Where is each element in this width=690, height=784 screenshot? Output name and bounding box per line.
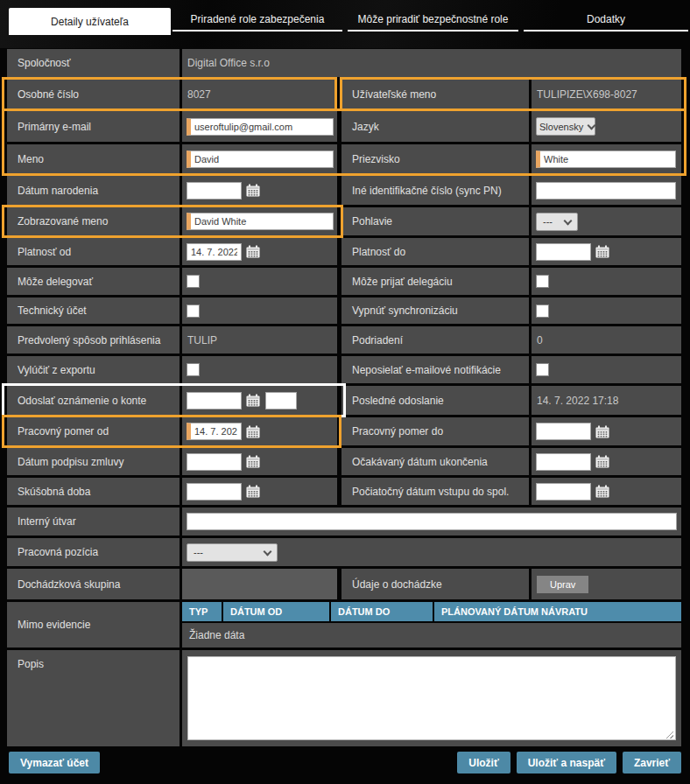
- default-login-value: TULIP: [182, 326, 337, 354]
- job-position-cell: ---: [182, 538, 681, 566]
- column-header-datum-do: DÁTUM DO: [331, 602, 433, 621]
- send-account-notice-time-input[interactable]: [265, 392, 297, 410]
- gender-label: Pohlavie: [341, 207, 529, 235]
- first-name-cell: [182, 144, 337, 173]
- calendar-icon[interactable]: [595, 245, 609, 258]
- calendar-icon[interactable]: [246, 394, 260, 407]
- disable-sync-checkbox[interactable]: [536, 304, 549, 318]
- send-account-notice-label: Odoslať oznámenie o konte: [7, 386, 180, 415]
- save-button[interactable]: Uložiť: [457, 752, 510, 774]
- description-textarea[interactable]: [187, 656, 676, 740]
- send-account-notice-date-input[interactable]: [187, 392, 242, 410]
- calendar-icon[interactable]: [246, 245, 260, 258]
- disable-sync-cell: [532, 298, 681, 324]
- row-primary-email: Primárny e-mail Jazyk Slovensky: [7, 111, 681, 142]
- other-id-label: Iné identifikačné číslo (sync PN): [341, 176, 529, 205]
- row-internal-unit: Interný útvar: [7, 508, 681, 536]
- can-accept-delegation-label: Môže prijať delegáciu: [341, 268, 529, 295]
- personal-number-value: 8027: [182, 80, 337, 108]
- row-default-login: Predvolený spôsob prihlásenia TULIP Podr…: [7, 326, 681, 354]
- initial-entry-date-input[interactable]: [536, 483, 591, 500]
- default-login-label: Predvolený spôsob prihlásenia: [7, 326, 180, 354]
- exclude-export-checkbox[interactable]: [187, 363, 200, 376]
- column-header-planovany-datum-navratu: PLÁNOVANÝ DÁTUM NÁVRATU: [434, 602, 681, 621]
- expected-end-date-cell: [532, 448, 681, 475]
- valid-to-input[interactable]: [536, 243, 591, 261]
- contract-sign-date-input[interactable]: [187, 453, 242, 471]
- tab-addenda[interactable]: Dodatky: [524, 8, 688, 32]
- save-and-back-button[interactable]: Uložiť a naspäť: [517, 752, 616, 774]
- valid-to-cell: [532, 238, 681, 265]
- calendar-icon[interactable]: [595, 425, 609, 438]
- column-header-datum-od: DÁTUM OD: [223, 602, 329, 621]
- employment-to-input[interactable]: [536, 423, 591, 440]
- attendance-data-cell: Uprav: [532, 569, 681, 599]
- employment-from-label: Pracovný pomer od: [7, 417, 180, 445]
- close-button[interactable]: Zavrieť: [623, 752, 681, 774]
- job-position-select[interactable]: ---: [187, 543, 278, 562]
- internal-unit-label: Interný útvar: [7, 508, 180, 536]
- trial-period-cell: [182, 478, 337, 505]
- last-name-label: Priezvisko: [341, 144, 529, 173]
- technical-account-checkbox[interactable]: [187, 304, 200, 318]
- row-personal-number: Osobné číslo 8027 Užívateľské meno TULIP…: [7, 80, 681, 108]
- language-label: Jazyk: [341, 111, 529, 142]
- footer-button-bar: Vymazať účet Uložiť Uložiť a naspäť Zavr…: [9, 752, 681, 774]
- calendar-icon[interactable]: [246, 455, 260, 468]
- calendar-icon[interactable]: [595, 485, 609, 498]
- calendar-icon[interactable]: [595, 455, 609, 468]
- valid-from-input[interactable]: [187, 243, 242, 261]
- valid-from-cell: [182, 238, 337, 265]
- row-job-position: Pracovná pozícia ---: [7, 538, 681, 566]
- tab-assigned-security-roles[interactable]: Priradené role zabezpečenia: [172, 8, 342, 32]
- calendar-icon[interactable]: [246, 485, 260, 498]
- valid-from-label: Platnosť od: [7, 238, 180, 265]
- username-label: Užívateľské meno: [341, 80, 529, 108]
- out-of-record-table: TYP DÁTUM OD DÁTUM DO PLÁNOVANÝ DÁTUM NÁ…: [182, 602, 681, 648]
- row-attendance-group: Dochádzková skupina Údaje o dochádzke Up…: [7, 569, 681, 599]
- tab-label: Detaily užívateľa: [51, 16, 129, 28]
- attendance-edit-button[interactable]: Uprav: [537, 576, 588, 593]
- no-email-notifications-checkbox[interactable]: [536, 363, 549, 376]
- birth-date-input[interactable]: [187, 182, 242, 200]
- primary-email-cell: [182, 111, 337, 142]
- attendance-data-label: Údaje o dochádzke: [341, 569, 529, 599]
- row-can-delegate: Môže delegovať Môže prijať delegáciu: [7, 268, 681, 295]
- internal-unit-input[interactable]: [187, 513, 677, 530]
- can-delegate-checkbox[interactable]: [187, 275, 200, 288]
- primary-email-input[interactable]: [187, 118, 334, 136]
- description-label: Popis: [7, 650, 180, 746]
- column-header-typ: TYP: [182, 602, 222, 621]
- primary-email-label: Primárny e-mail: [7, 111, 180, 142]
- birth-date-label: Dátum narodenia: [7, 176, 180, 205]
- last-sent-value: 14. 7. 2022 17:18: [532, 386, 681, 415]
- tab-bar: Detaily užívateľa Priradené role zabezpe…: [0, 0, 690, 48]
- other-id-input[interactable]: [536, 182, 676, 200]
- display-name-cell: [182, 207, 337, 235]
- trial-period-input[interactable]: [187, 483, 242, 500]
- last-name-input[interactable]: [536, 150, 676, 168]
- tab-user-details[interactable]: Detaily užívateľa: [9, 8, 171, 35]
- tab-can-assign-security-roles[interactable]: Môže priradiť bezpečnostné role: [348, 8, 518, 32]
- description-cell: [182, 650, 681, 746]
- company-label: Spoločnosť: [7, 49, 180, 77]
- employment-from-input[interactable]: [187, 423, 242, 440]
- calendar-icon[interactable]: [246, 184, 260, 197]
- gender-select[interactable]: ---: [536, 213, 578, 231]
- calendar-icon[interactable]: [246, 425, 260, 438]
- can-accept-delegation-checkbox[interactable]: [536, 275, 549, 288]
- row-technical-account: Technický účet Vypnúť synchronizáciu: [7, 298, 681, 324]
- display-name-input[interactable]: [187, 213, 334, 230]
- delete-account-button[interactable]: Vymazať účet: [9, 752, 100, 774]
- contract-sign-date-label: Dátum podpisu zmluvy: [7, 448, 180, 475]
- row-exclude-export: Vylúčiť z exportu Neposielať e-mailové n…: [7, 356, 681, 383]
- language-select[interactable]: Slovensky: [536, 117, 595, 136]
- disable-sync-label: Vypnúť synchronizáciu: [341, 298, 529, 324]
- out-of-record-empty-message: Žiadne dáta: [182, 623, 681, 648]
- tab-label: Priradené role zabezpečenia: [191, 13, 325, 25]
- first-name-input[interactable]: [187, 150, 334, 168]
- chevron-down-icon: [564, 216, 573, 225]
- expected-end-date-input[interactable]: [536, 453, 591, 471]
- row-contract-sign-date: Dátum podpisu zmluvy Očakávaný dátum uko…: [7, 448, 681, 475]
- attendance-group-value: [182, 569, 337, 599]
